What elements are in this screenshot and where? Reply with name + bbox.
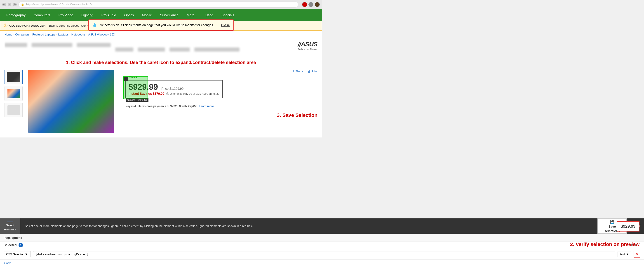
address-bar[interactable]: 🔒 https://www.bhphotovideo.com/c/product… — [18, 2, 298, 8]
print-icon: 🖨 — [308, 70, 311, 73]
thumbnail-3[interactable] — [4, 103, 22, 117]
share-label: Share — [295, 70, 303, 73]
breadcrumb-laptops[interactable]: Laptops — [58, 33, 68, 36]
nav-wrapper: Photography Computers Pro Video Lighting… — [0, 9, 322, 21]
profile-icon-2[interactable] — [308, 2, 314, 7]
breadcrumb-computers[interactable]: Computers — [15, 33, 30, 36]
share-button[interactable]: ⬆ Share — [292, 70, 303, 73]
product-image-container: › → — [28, 70, 114, 133]
main-product-image[interactable] — [28, 70, 114, 133]
thumbnails — [4, 70, 24, 133]
nav-item-pro-audio[interactable]: Pro Audio — [98, 9, 120, 21]
paypal-learn-more[interactable]: Learn more — [199, 104, 214, 108]
step-1-instruction: 1. Click and make selections. Use the ca… — [4, 57, 318, 67]
asus-logo: /ASUS — [298, 41, 318, 48]
product-info: ⬆ Share 🖨 Print In Stock $929.99 Price $… — [119, 70, 318, 133]
breadcrumb-product[interactable]: ASUS Vivobook 16X — [88, 33, 115, 36]
nav-item-optics[interactable]: Optics — [120, 9, 138, 21]
breadcrumb-sep-5: › — [86, 33, 87, 36]
breadcrumb-notebooks[interactable]: Notebooks — [72, 33, 86, 36]
breadcrumb-home[interactable]: Home — [4, 33, 12, 36]
alert-bold: CLOSED FOR PASSOVER — [9, 24, 46, 27]
nav-item-more[interactable]: More... — [182, 9, 201, 21]
nav-item-pro-video[interactable]: Pro Video — [54, 9, 77, 21]
nav-item-computers[interactable]: Computers — [30, 9, 54, 21]
asus-logo-area: /ASUS Authorized Dealer — [298, 41, 318, 51]
nav-item-surveillance[interactable]: Surveillance — [156, 9, 182, 21]
share-print-area: ⬆ Share 🖨 Print — [126, 70, 318, 73]
nav-item-used[interactable]: Used — [201, 9, 218, 21]
address-text: 🔒 https://www.bhphotovideo.com/c/product… — [21, 3, 94, 6]
print-label: Print — [312, 70, 318, 73]
breadcrumb-sep-4: › — [69, 33, 70, 36]
thumb-more-img — [8, 105, 20, 115]
breadcrumb-sep-2: › — [30, 33, 32, 36]
print-button[interactable]: 🖨 Print — [308, 70, 318, 73]
breadcrumb-sep-1: › — [13, 33, 14, 36]
selector-close-button[interactable]: Close — [221, 23, 230, 27]
offer-ends: ⓘ Offer ends May 01 at 9:29 AM GMT+5:30 — [166, 92, 220, 95]
profile-icon-3[interactable] — [315, 2, 320, 7]
share-icon: ⬆ — [292, 70, 294, 73]
selected-overlay: › — [123, 76, 148, 99]
nav-item-specials[interactable]: Specials — [218, 9, 238, 21]
thumb-colorful-img — [8, 89, 20, 98]
authorized-dealer: Authorized Dealer — [298, 48, 318, 51]
profile-icon-1[interactable] — [302, 2, 307, 7]
browser-right — [302, 2, 320, 7]
alert-icon: ⓘ — [4, 23, 8, 28]
selector-icon: 💧 — [92, 23, 97, 28]
breadcrumb-sep-3: › — [56, 33, 57, 36]
step-3-label: 3. Save Selection — [126, 112, 318, 118]
thumbnail-1[interactable] — [4, 70, 22, 84]
selector-tooltip: 💧 Selector is on. Click elements on page… — [88, 20, 234, 31]
paypal-brand: PayPal. — [188, 104, 198, 108]
paypal-text: Pay in 4 interest-free payments of $232.… — [126, 104, 318, 108]
breadcrumb: Home › Computers › Featured Laptops › La… — [0, 31, 322, 39]
forward-button[interactable]: → — [8, 3, 11, 6]
nav-item-photography[interactable]: Photography — [2, 9, 30, 21]
breadcrumb-featured-laptops[interactable]: Featured Laptops — [32, 33, 55, 36]
product-area: › → ⬆ Share 🖨 Print In Stock — [4, 67, 318, 133]
thumb-laptop-img — [7, 72, 20, 82]
reload-button[interactable]: ↻ — [13, 3, 17, 6]
selector-tooltip-text: Selector is on. Click elements on page t… — [100, 23, 214, 27]
nav-item-lighting[interactable]: Lighting — [77, 9, 98, 21]
browser-chrome: ← → ↻ 🔒 https://www.bhphotovideo.com/c/p… — [0, 0, 322, 9]
original-price: Price $1,299.99 — [161, 87, 184, 90]
nav-bar: Photography Computers Pro Video Lighting… — [0, 9, 322, 21]
caret-button[interactable]: › — [124, 77, 128, 81]
page-content: /ASUS Authorized Dealer 1. Click and mak… — [0, 39, 322, 137]
thumbnail-2[interactable] — [4, 86, 22, 101]
nav-item-mobile[interactable]: Mobile — [138, 9, 156, 21]
product-name-blur — [4, 39, 318, 57]
in-stock-label: In Stock — [126, 75, 318, 79]
back-button[interactable]: ← — [2, 3, 6, 6]
